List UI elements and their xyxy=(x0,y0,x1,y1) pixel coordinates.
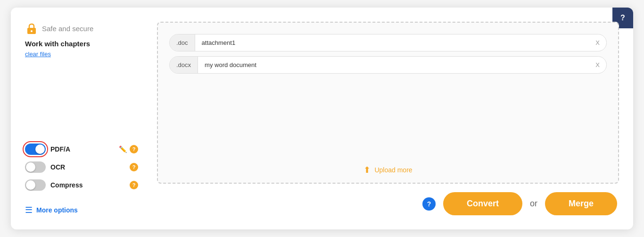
safe-secure-row: Safe and secure xyxy=(25,22,138,35)
compress-label: Compress xyxy=(50,181,125,189)
merge-button[interactable]: Merge xyxy=(545,192,617,215)
action-help-button[interactable]: ? xyxy=(422,197,436,211)
file-remove-btn-1[interactable]: X xyxy=(589,34,606,51)
compress-icons: ? xyxy=(130,181,138,189)
file-name-input-2[interactable] xyxy=(198,57,589,73)
hamburger-icon: ☰ xyxy=(25,205,33,215)
pencil-icon[interactable]: ✏️ xyxy=(119,145,127,153)
compress-help-icon[interactable]: ? xyxy=(130,181,138,189)
svg-point-1 xyxy=(31,30,33,32)
upload-icon: ⬆ xyxy=(363,165,371,175)
file-row-2: .docx X xyxy=(169,56,607,74)
action-bar: ? Convert or Merge xyxy=(157,192,619,215)
file-ext-1: .doc xyxy=(170,34,195,51)
file-ext-2: .docx xyxy=(170,57,198,73)
left-panel: Safe and secure Work with chapters clear… xyxy=(25,22,148,215)
more-options-label: More options xyxy=(36,206,78,214)
compress-toggle[interactable] xyxy=(25,179,46,191)
pdfa-label: PDF/A xyxy=(50,145,114,153)
option-row-ocr: OCR ? xyxy=(25,161,138,173)
file-remove-btn-2[interactable]: X xyxy=(589,57,606,73)
ocr-icons: ? xyxy=(130,163,138,171)
main-container: ? Safe and secure Work with chapters cle… xyxy=(11,8,633,229)
file-row-1: .doc X xyxy=(169,34,607,51)
ocr-label: OCR xyxy=(50,163,125,171)
corner-help-icon: ? xyxy=(620,14,625,22)
upload-more-text: Upload more xyxy=(374,166,412,174)
clear-files-link[interactable]: clear files xyxy=(25,51,138,58)
option-row-pdfa: PDF/A ✏️ ? xyxy=(25,144,138,155)
right-panel: .doc X .docx X ⬆ Upload more ? Convert o xyxy=(157,22,619,215)
pdfa-help-icon[interactable]: ? xyxy=(130,145,138,153)
ocr-toggle[interactable] xyxy=(25,161,46,173)
drop-zone[interactable]: .doc X .docx X ⬆ Upload more xyxy=(157,22,619,184)
pdfa-toggle[interactable] xyxy=(25,144,46,155)
safe-secure-text: Safe and secure xyxy=(42,25,93,33)
convert-button[interactable]: Convert xyxy=(443,192,522,215)
option-row-compress: Compress ? xyxy=(25,179,138,191)
ocr-help-icon[interactable]: ? xyxy=(130,163,138,171)
action-help-icon: ? xyxy=(427,200,431,208)
options-section: PDF/A ✏️ ? OCR ? xyxy=(25,144,138,191)
pdfa-icons: ✏️ ? xyxy=(119,145,138,153)
file-name-input-1[interactable] xyxy=(195,34,589,51)
upload-more-row[interactable]: ⬆ Upload more xyxy=(169,157,607,175)
or-text: or xyxy=(530,199,537,209)
more-options-row[interactable]: ☰ More options xyxy=(25,205,138,215)
work-with-chapters-text: Work with chapters xyxy=(25,40,138,48)
lock-icon xyxy=(25,22,38,35)
